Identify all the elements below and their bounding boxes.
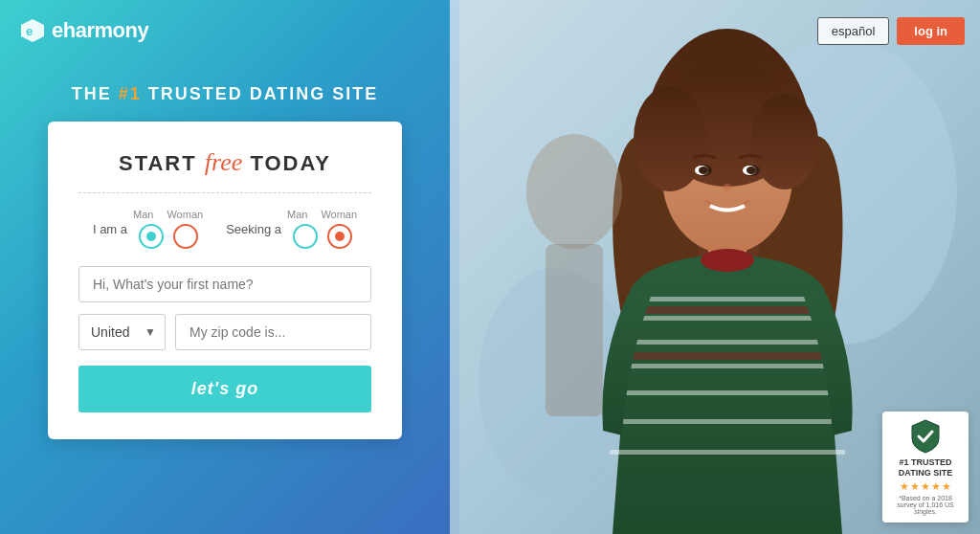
seeking-circles[interactable] xyxy=(293,224,352,249)
left-panel: e eharmony THE #1 TRUSTED DATING SITE ST… xyxy=(0,0,450,534)
svg-point-19 xyxy=(723,184,732,191)
svg-text:e: e xyxy=(26,24,33,38)
svg-rect-22 xyxy=(622,316,831,321)
seeking-woman-radio[interactable] xyxy=(327,224,352,249)
espanol-button[interactable]: español xyxy=(817,17,890,45)
trust-stars: ★★★★★ xyxy=(900,480,952,493)
seeking-woman-label: Woman xyxy=(321,209,357,220)
svg-point-11 xyxy=(634,86,706,191)
seeking-man-label: Man xyxy=(287,209,307,220)
svg-rect-23 xyxy=(620,340,833,345)
svg-rect-31 xyxy=(546,244,603,416)
country-zip-row: United States Canada United Kingdom Aust… xyxy=(78,314,371,350)
logo-text: eharmony xyxy=(52,18,148,43)
svg-rect-29 xyxy=(617,352,835,360)
iam-woman-label: Woman xyxy=(167,209,203,220)
card-title: START free TODAY xyxy=(78,148,371,177)
seeking-gender-block: Man Woman xyxy=(287,209,357,249)
trust-title: #1 TRUSTEDDATING SITE xyxy=(899,457,952,478)
nav-buttons: español log in xyxy=(817,17,965,45)
iam-labels: Man Woman xyxy=(133,209,203,220)
svg-point-17 xyxy=(699,167,708,174)
gender-section: I am a Man Woman Seeking a xyxy=(78,209,371,249)
svg-point-20 xyxy=(701,249,754,272)
login-button[interactable]: log in xyxy=(897,17,965,45)
header: e eharmony xyxy=(0,0,450,56)
right-panel: español log in #1 TRUSTEDDATING SITE ★★★… xyxy=(450,0,980,534)
zip-input[interactable] xyxy=(175,314,371,350)
tagline-pre: THE xyxy=(72,84,119,103)
iam-label: I am a xyxy=(93,222,127,236)
svg-rect-26 xyxy=(612,419,842,424)
title-pre: START xyxy=(119,151,205,175)
svg-rect-21 xyxy=(627,297,828,301)
seeking-labels: Man Woman xyxy=(287,209,357,220)
trust-note: *Based on a 2018 survey of 1,016 US sing… xyxy=(892,495,959,515)
iam-man-label: Man xyxy=(133,209,153,220)
seeking-man-radio[interactable] xyxy=(293,224,318,249)
iam-circles[interactable] xyxy=(139,224,198,249)
svg-point-12 xyxy=(751,94,818,189)
first-name-input[interactable] xyxy=(78,266,371,302)
svg-rect-27 xyxy=(610,450,845,455)
tagline-post: TRUSTED DATING SITE xyxy=(142,84,379,103)
trust-badge: #1 TRUSTEDDATING SITE ★★★★★ *Based on a … xyxy=(882,412,969,523)
seeking-label: Seeking a xyxy=(226,222,281,236)
svg-rect-28 xyxy=(627,306,828,314)
iam-woman-radio[interactable] xyxy=(173,224,198,249)
hero-image xyxy=(459,0,947,534)
svg-rect-25 xyxy=(615,390,839,395)
seeking-group: Seeking a Man Woman xyxy=(226,209,357,249)
iam-gender-block: Man Woman xyxy=(133,209,203,249)
svg-point-30 xyxy=(526,134,622,249)
tagline-number: #1 xyxy=(119,84,142,103)
country-select-wrap: United States Canada United Kingdom Aust… xyxy=(78,314,166,350)
title-free: free xyxy=(205,148,242,176)
eharmony-logo-icon: e xyxy=(19,17,46,44)
svg-point-18 xyxy=(746,167,756,174)
title-post: TODAY xyxy=(242,151,331,175)
iam-man-radio[interactable] xyxy=(139,224,164,249)
trust-shield-icon xyxy=(910,419,941,454)
tagline: THE #1 TRUSTED DATING SITE xyxy=(72,84,379,104)
lets-go-button[interactable]: let's go xyxy=(78,366,371,412)
signup-card: START free TODAY I am a Man Woman xyxy=(48,122,402,439)
iam-group: I am a Man Woman xyxy=(93,209,203,249)
logo: e eharmony xyxy=(19,17,148,44)
svg-rect-24 xyxy=(617,364,835,368)
country-select[interactable]: United States Canada United Kingdom Aust… xyxy=(78,314,166,350)
divider xyxy=(78,192,371,193)
